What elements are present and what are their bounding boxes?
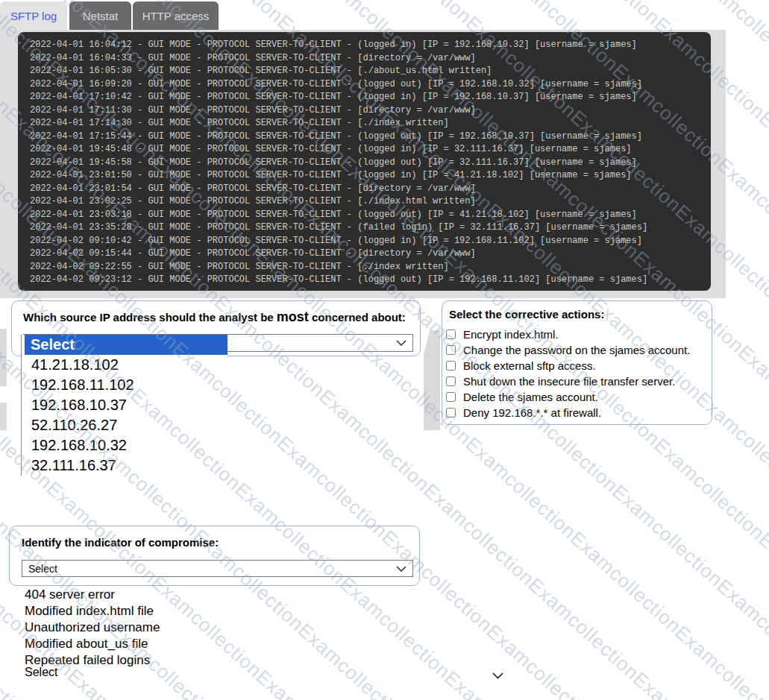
ioc-dropdown-option[interactable]: Modified index.html file bbox=[10, 603, 419, 619]
log-line: 2022-04-01 23:02:25 - GUI MODE - PROTOCO… bbox=[30, 195, 647, 209]
ioc-dropdown-option[interactable]: 404 server error bbox=[10, 587, 419, 603]
corrective-action-row: Encrypt index.html. bbox=[446, 327, 559, 341]
ioc-collapsed-select-label[interactable]: Select bbox=[25, 666, 57, 679]
corrective-actions-panel: Select the corrective actions: Encrypt i… bbox=[442, 300, 712, 425]
log-line: 2022-04-02 09:23:12 - GUI MODE - PROTOCO… bbox=[30, 274, 647, 287]
corrective-action-row: Block external sftp access. bbox=[446, 358, 596, 373]
chevron-down-icon bbox=[396, 566, 407, 572]
tab-http-access-label: HTTP access bbox=[142, 10, 210, 22]
ip-question-label: Which source IP address should the analy… bbox=[23, 309, 406, 325]
ip-dropdown-option[interactable]: 192.168.10.37 bbox=[25, 395, 227, 415]
ioc-select-value: Select bbox=[28, 563, 57, 575]
log-line: 2022-04-01 17:15:44 - GUI MODE - PROTOCO… bbox=[30, 130, 647, 144]
corrective-action-label: Encrypt index.html. bbox=[463, 328, 559, 341]
ioc-dropdown-option[interactable]: Repeated failed logins bbox=[10, 652, 419, 669]
corrective-action-checkbox[interactable] bbox=[446, 329, 456, 339]
log-line: 2022-04-01 23:35:28 - GUI MODE - PROTOCO… bbox=[30, 221, 647, 235]
tab-netstat[interactable]: Netstat bbox=[69, 1, 131, 30]
log-line: 2022-04-01 19:45:58 - GUI MODE - PROTOCO… bbox=[30, 157, 647, 170]
log-line: 2022-04-01 23:01:54 - GUI MODE - PROTOCO… bbox=[30, 183, 647, 196]
log-line: 2022-04-01 16:04:12 - GUI MODE - PROTOCO… bbox=[30, 39, 647, 52]
log-line: 2022-04-01 16:04:33 - GUI MODE - PROTOCO… bbox=[30, 52, 647, 66]
ip-dropdown-popup: Select 41.21.18.102 192.168.11.102 192.1… bbox=[21, 335, 227, 476]
corrective-action-label: Shut down the insecure file transfer ser… bbox=[463, 375, 675, 388]
tab-sftp-log[interactable]: SFTP log bbox=[0, 1, 67, 30]
log-line: 2022-04-01 19:45:48 - GUI MODE - PROTOCO… bbox=[30, 143, 647, 157]
corrective-action-checkbox[interactable] bbox=[446, 408, 456, 417]
corrective-action-checkbox[interactable] bbox=[446, 376, 456, 386]
ip-dropdown-option-list: 41.21.18.102 192.168.11.102 192.168.10.3… bbox=[25, 355, 227, 476]
ip-dropdown-option[interactable]: 41.21.18.102 bbox=[25, 355, 227, 375]
corrective-actions-title: Select the corrective actions: bbox=[449, 308, 604, 321]
artifact-strip bbox=[0, 403, 7, 430]
sftp-log-output: 2022-04-01 16:04:12 - GUI MODE - PROTOCO… bbox=[18, 32, 711, 291]
corrective-action-row: Change the password on the sjames accoun… bbox=[446, 342, 690, 357]
ip-dropdown-option[interactable]: 32.111.16.37 bbox=[25, 455, 227, 476]
artifact-strip bbox=[0, 329, 7, 386]
ip-dropdown-option[interactable]: 192.168.11.102 bbox=[25, 375, 227, 395]
chevron-down-icon[interactable] bbox=[492, 669, 503, 682]
log-line: 2022-04-02 09:22:55 - GUI MODE - PROTOCO… bbox=[30, 261, 647, 274]
corrective-action-row: Deny 192.168.*.* at firewall. bbox=[446, 405, 601, 420]
ioc-question-title: Identify the indicator of compromise: bbox=[22, 536, 219, 549]
tab-http-access[interactable]: HTTP access bbox=[133, 1, 219, 30]
log-line: 2022-04-01 17:11:30 - GUI MODE - PROTOCO… bbox=[30, 104, 647, 118]
ioc-dropdown-option-list: 404 server error Modified index.html fil… bbox=[10, 587, 419, 669]
ip-question-label-emphasis: most bbox=[277, 309, 309, 324]
ioc-dropdown-option[interactable]: Modified about_us file bbox=[10, 636, 419, 652]
chevron-down-icon bbox=[396, 340, 407, 346]
ioc-question-panel: Identify the indicator of compromise: Se… bbox=[9, 526, 420, 586]
corrective-action-label: Block external sftp access. bbox=[463, 359, 596, 372]
ioc-dropdown-popup: 404 server error Modified index.html fil… bbox=[10, 587, 419, 690]
log-line: 2022-04-02 09:15:44 - GUI MODE - PROTOCO… bbox=[30, 247, 647, 261]
ioc-select[interactable]: Select bbox=[22, 560, 413, 577]
log-line: 2022-04-02 09:10:42 - GUI MODE - PROTOCO… bbox=[30, 235, 647, 248]
corrective-action-row: Delete the sjames account. bbox=[446, 389, 598, 404]
artifact-strip bbox=[424, 330, 440, 430]
corrective-action-checkbox[interactable] bbox=[446, 361, 456, 371]
ip-question-label-suffix: concerned about: bbox=[309, 311, 406, 324]
log-line: 2022-04-01 16:05:30 - GUI MODE - PROTOCO… bbox=[30, 65, 647, 78]
corrective-action-checkbox[interactable] bbox=[446, 345, 456, 355]
log-line: 2022-04-01 17:10:42 - GUI MODE - PROTOCO… bbox=[30, 91, 647, 104]
ip-dropdown-option[interactable]: 52.110.26.27 bbox=[25, 415, 227, 435]
log-line: 2022-04-01 23:01:50 - GUI MODE - PROTOCO… bbox=[30, 169, 647, 183]
log-line: 2022-04-01 23:03:18 - GUI MODE - PROTOCO… bbox=[30, 209, 647, 222]
log-line-list: 2022-04-01 16:04:12 - GUI MODE - PROTOCO… bbox=[30, 39, 647, 287]
tab-sftp-log-label: SFTP log bbox=[10, 10, 57, 22]
tab-netstat-label: Netstat bbox=[83, 10, 119, 22]
log-line: 2022-04-01 17:14:30 - GUI MODE - PROTOCO… bbox=[30, 117, 647, 130]
corrective-action-row: Shut down the insecure file transfer ser… bbox=[446, 373, 675, 388]
ip-dropdown-option-selected[interactable]: Select bbox=[25, 335, 227, 355]
log-line: 2022-04-01 16:09:20 - GUI MODE - PROTOCO… bbox=[30, 78, 647, 92]
ip-dropdown-option[interactable]: 192.168.10.32 bbox=[25, 435, 227, 455]
corrective-action-label: Deny 192.168.*.* at firewall. bbox=[463, 406, 601, 419]
ip-question-label-prefix: Which source IP address should the analy… bbox=[23, 311, 277, 324]
corrective-action-checkbox[interactable] bbox=[446, 392, 456, 402]
corrective-action-label: Change the password on the sjames accoun… bbox=[463, 344, 690, 356]
ioc-dropdown-option[interactable]: Unauthorized username bbox=[10, 619, 419, 636]
exam-simulation-screen: SFTP log Netstat HTTP access 2022-04-01 … bbox=[0, 0, 769, 700]
corrective-action-label: Delete the sjames account. bbox=[463, 391, 598, 403]
